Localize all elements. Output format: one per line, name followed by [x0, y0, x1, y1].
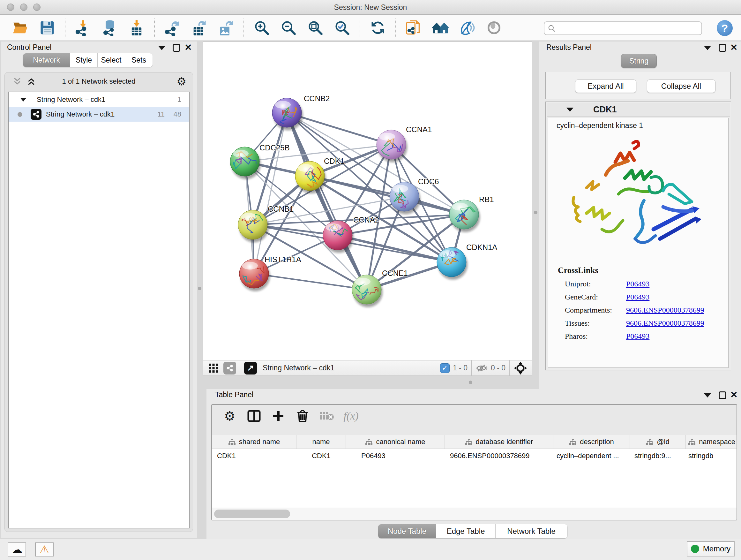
column-header-canonical-name[interactable]: canonical name [346, 435, 445, 449]
create-column-icon[interactable] [269, 408, 287, 424]
network-edge-CCNB2-HIST1H1A[interactable] [254, 113, 287, 273]
toolbar-separator [65, 18, 65, 37]
expand-all-button[interactable]: Expand All [575, 79, 636, 93]
network-view-toolbar: ↗ String Network – cdk1 ✓ 1 - 0 0 - 0 [203, 360, 532, 376]
crosslink-pharos-link[interactable]: P06493 [626, 332, 650, 341]
network-panel-body: 1 of 1 Network selected ⚙ String Network… [4, 72, 193, 532]
zoom-fit-icon[interactable] [307, 19, 324, 37]
close-panel-icon[interactable]: ✕ [730, 42, 738, 53]
tab-edge-table[interactable]: Edge Table [436, 524, 495, 538]
crosslink-genecard-link[interactable]: P06493 [626, 293, 650, 301]
crosslink-uniprot-link[interactable]: P06493 [626, 280, 650, 288]
search-field[interactable] [544, 21, 702, 35]
selected-elements-checkbox[interactable]: ✓ [440, 363, 450, 373]
delete-column-trash-icon[interactable] [293, 408, 312, 424]
column-header-database-identifier[interactable]: database identifier [445, 435, 553, 449]
gene-entry-body: cyclin–dependent kinase 1 [548, 118, 729, 368]
right-splitter-handle[interactable] [534, 211, 537, 214]
panel-menu-icon[interactable] [704, 46, 711, 50]
column-header-id[interactable]: @id [630, 435, 686, 449]
crosslink-label: Uniprot: [565, 280, 626, 288]
float-panel-icon[interactable] [719, 391, 726, 399]
tree-expand-caret-icon[interactable] [20, 98, 26, 102]
scrollbar-thumb[interactable] [214, 509, 290, 518]
zoom-in-icon[interactable] [253, 19, 270, 37]
import-network-database-icon[interactable] [101, 19, 118, 37]
network-selection-status: 1 of 1 Network selected [5, 77, 193, 85]
network-overview-icon[interactable] [223, 362, 236, 374]
detach-view-icon[interactable]: ↗ [244, 362, 257, 374]
node-table-container: ⚙ f(x) shared nam [211, 404, 737, 520]
network-tree-collection-row[interactable]: String Network – cdk1 1 [9, 92, 189, 107]
collapse-all-button[interactable]: Collapse All [647, 79, 716, 93]
home-icon[interactable] [432, 19, 449, 37]
network-name: String Network – cdk1 [46, 110, 115, 118]
show-graphics-details-icon[interactable] [459, 19, 476, 37]
memory-button[interactable]: Memory [687, 541, 735, 557]
table-panel: Table Panel ✕ ⚙ f(x) [206, 389, 741, 539]
export-network-icon[interactable] [164, 19, 181, 37]
export-table-icon[interactable] [191, 19, 208, 37]
birds-eye-view-icon[interactable] [485, 19, 502, 37]
show-columns-icon[interactable] [245, 408, 263, 424]
warning-icon: ⚠ [40, 543, 49, 556]
close-panel-icon[interactable]: ✕ [730, 389, 738, 400]
cell-namespace: stringdb [686, 449, 737, 463]
hidden-elements-eye-icon[interactable] [475, 363, 488, 373]
crosslink-compartments-link[interactable]: 9606.ENSP00000378699 [626, 306, 704, 314]
fit-selected-crosshair-icon[interactable] [514, 361, 528, 375]
collapse-entry-caret-icon[interactable] [566, 108, 574, 112]
network-edge-CDK1-RB1[interactable] [310, 176, 464, 214]
column-header-name[interactable]: name [296, 435, 346, 449]
tab-network[interactable]: Network [23, 53, 70, 67]
panel-menu-icon[interactable] [158, 46, 165, 50]
column-header-description[interactable]: description [553, 435, 630, 449]
table-row[interactable]: CDK1 CDK1 P06493 9606.ENSP00000378699 cy… [212, 449, 737, 463]
panel-menu-icon[interactable] [704, 393, 711, 397]
crosslinks-title: CrossLinks [558, 266, 704, 275]
table-toolbar: ⚙ f(x) [212, 405, 737, 427]
network-canvas[interactable]: CCNB2CCNA1CDC25BCDK1CDC6RB1CCNB1CCNA2CDK… [203, 42, 532, 360]
help-icon[interactable]: ? [717, 20, 733, 36]
bottom-splitter-handle[interactable] [469, 381, 472, 384]
import-table-file-icon[interactable] [128, 19, 145, 37]
warnings-button[interactable]: ⚠ [35, 543, 54, 557]
tab-network-table[interactable]: Network Table [495, 524, 567, 538]
float-panel-icon[interactable] [719, 44, 726, 52]
tab-node-table[interactable]: Node Table [378, 524, 436, 538]
open-session-icon[interactable] [12, 19, 29, 37]
network-node-CDKN1A[interactable]: CDKN1A [437, 243, 497, 280]
gene-entry-header[interactable]: CDK1 [547, 103, 730, 117]
column-header-shared-name[interactable]: shared name [212, 435, 296, 449]
column-header-namespace[interactable]: namespace [686, 435, 737, 449]
grid-view-icon[interactable] [208, 363, 219, 374]
tab-string[interactable]: String [621, 54, 657, 68]
table-options-gear-icon[interactable]: ⚙ [221, 408, 239, 424]
zoom-selected-icon[interactable] [333, 19, 351, 37]
tab-style[interactable]: Style [70, 53, 98, 67]
network-edge-HIST1H1A-CCNE1[interactable] [254, 273, 367, 290]
shared-column-icon [365, 438, 373, 445]
crosslink-row: Uniprot: P06493 [558, 280, 704, 288]
refresh-icon[interactable] [369, 19, 387, 37]
table-horizontal-scrollbar[interactable] [212, 508, 737, 520]
zoom-out-icon[interactable] [280, 19, 297, 37]
network-tree-network-row[interactable]: String Network – cdk1 11 48 [9, 107, 189, 122]
crosslink-tissues-link[interactable]: 9606.ENSP00000378699 [626, 319, 704, 327]
string-query-icon[interactable] [405, 19, 422, 37]
cloud-status-button[interactable]: ☁ [8, 543, 26, 557]
tab-sets[interactable]: Sets [125, 53, 152, 67]
network-options-gear-icon[interactable]: ⚙ [177, 75, 186, 88]
left-splitter-handle[interactable] [198, 287, 201, 290]
network-node-RB1[interactable]: RB1 [449, 195, 494, 232]
tab-select[interactable]: Select [98, 53, 125, 67]
float-panel-icon[interactable] [173, 44, 180, 52]
save-session-icon[interactable] [39, 19, 56, 37]
close-panel-icon[interactable]: ✕ [185, 42, 192, 53]
export-image-icon[interactable] [217, 19, 234, 37]
network-node-CDK1[interactable]: CDK1 [295, 157, 344, 193]
network-node-HIST1H1A[interactable]: HIST1H1A [239, 255, 301, 291]
collection-name: String Network – cdk1 [37, 96, 105, 104]
search-input[interactable] [556, 24, 690, 33]
import-network-file-icon[interactable] [74, 19, 91, 37]
